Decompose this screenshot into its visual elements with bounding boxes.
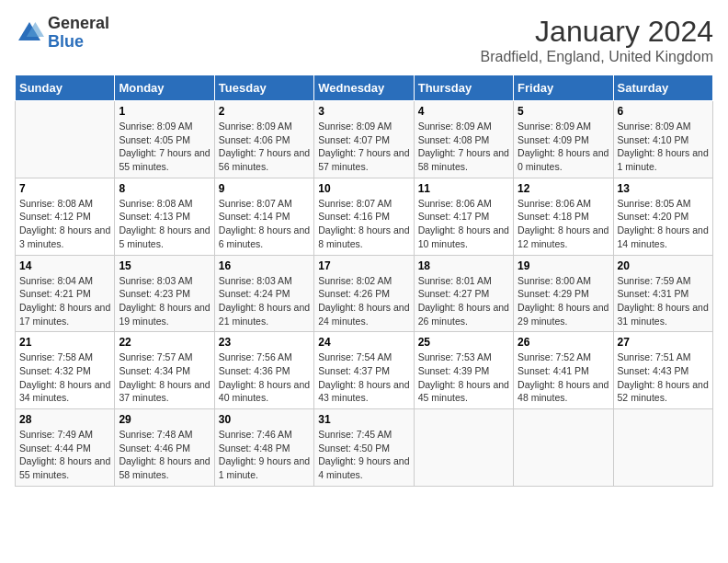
- day-info: Sunrise: 7:53 AMSunset: 4:39 PMDaylight:…: [418, 350, 509, 405]
- header-cell-sunday: Sunday: [16, 75, 115, 101]
- calendar-cell: [16, 101, 115, 178]
- calendar-cell: [613, 409, 712, 487]
- day-info: Sunrise: 8:09 AMSunset: 4:09 PMDaylight:…: [518, 120, 609, 174]
- day-info: Sunrise: 8:06 AMSunset: 4:17 PMDaylight:…: [418, 197, 509, 251]
- header-cell-friday: Friday: [514, 75, 613, 101]
- day-number: 19: [518, 259, 609, 272]
- week-row-5: 28Sunrise: 7:49 AMSunset: 4:44 PMDayligh…: [16, 409, 713, 487]
- day-info: Sunrise: 7:51 AMSunset: 4:43 PMDaylight:…: [618, 350, 709, 405]
- calendar-cell: 24Sunrise: 7:54 AMSunset: 4:37 PMDayligh…: [314, 332, 414, 409]
- day-number: 7: [19, 182, 110, 195]
- calendar-cell: [414, 409, 513, 487]
- day-info: Sunrise: 7:48 AMSunset: 4:46 PMDaylight:…: [119, 428, 210, 482]
- calendar-cell: 8Sunrise: 8:08 AMSunset: 4:13 PMDaylight…: [115, 178, 214, 255]
- week-row-1: 1Sunrise: 8:09 AMSunset: 4:05 PMDaylight…: [16, 101, 713, 178]
- day-number: 3: [318, 105, 409, 118]
- day-info: Sunrise: 8:06 AMSunset: 4:18 PMDaylight:…: [518, 197, 609, 251]
- day-info: Sunrise: 7:52 AMSunset: 4:41 PMDaylight:…: [518, 350, 609, 405]
- calendar-cell: 6Sunrise: 8:09 AMSunset: 4:10 PMDaylight…: [613, 101, 712, 178]
- day-info: Sunrise: 8:09 AMSunset: 4:05 PMDaylight:…: [119, 120, 210, 174]
- day-info: Sunrise: 8:08 AMSunset: 4:12 PMDaylight:…: [19, 197, 110, 251]
- calendar-cell: 15Sunrise: 8:03 AMSunset: 4:23 PMDayligh…: [115, 255, 214, 332]
- calendar-cell: 21Sunrise: 7:58 AMSunset: 4:32 PMDayligh…: [16, 332, 115, 409]
- calendar-cell: 1Sunrise: 8:09 AMSunset: 4:05 PMDaylight…: [115, 101, 214, 178]
- day-number: 12: [518, 182, 609, 195]
- logo-text: General Blue: [48, 15, 109, 52]
- calendar-cell: 5Sunrise: 8:09 AMSunset: 4:09 PMDaylight…: [514, 101, 613, 178]
- calendar-cell: 16Sunrise: 8:03 AMSunset: 4:24 PMDayligh…: [214, 255, 313, 332]
- day-number: 1: [119, 105, 210, 118]
- day-info: Sunrise: 7:46 AMSunset: 4:48 PMDaylight:…: [219, 428, 310, 482]
- month-title: January 2024: [481, 15, 714, 49]
- week-row-4: 21Sunrise: 7:58 AMSunset: 4:32 PMDayligh…: [16, 332, 713, 409]
- day-info: Sunrise: 8:03 AMSunset: 4:24 PMDaylight:…: [219, 274, 310, 328]
- day-info: Sunrise: 8:08 AMSunset: 4:13 PMDaylight:…: [119, 197, 210, 251]
- logo-blue-label: Blue: [48, 33, 109, 52]
- day-number: 11: [418, 182, 509, 195]
- day-info: Sunrise: 8:02 AMSunset: 4:26 PMDaylight:…: [318, 274, 409, 328]
- calendar-cell: 29Sunrise: 7:48 AMSunset: 4:46 PMDayligh…: [115, 409, 214, 487]
- day-number: 4: [418, 105, 509, 118]
- day-number: 29: [119, 413, 210, 426]
- calendar-cell: 28Sunrise: 7:49 AMSunset: 4:44 PMDayligh…: [16, 409, 115, 487]
- day-number: 5: [518, 105, 609, 118]
- day-number: 20: [618, 259, 709, 272]
- calendar-cell: 17Sunrise: 8:02 AMSunset: 4:26 PMDayligh…: [314, 255, 414, 332]
- day-info: Sunrise: 8:09 AMSunset: 4:06 PMDaylight:…: [219, 120, 310, 174]
- day-number: 8: [119, 182, 210, 195]
- day-info: Sunrise: 8:05 AMSunset: 4:20 PMDaylight:…: [618, 197, 709, 251]
- day-number: 18: [418, 259, 509, 272]
- day-number: 24: [318, 336, 409, 349]
- calendar-cell: 30Sunrise: 7:46 AMSunset: 4:48 PMDayligh…: [214, 409, 313, 487]
- calendar-cell: 11Sunrise: 8:06 AMSunset: 4:17 PMDayligh…: [414, 178, 513, 255]
- calendar-cell: 22Sunrise: 7:57 AMSunset: 4:34 PMDayligh…: [115, 332, 214, 409]
- day-info: Sunrise: 8:07 AMSunset: 4:16 PMDaylight:…: [318, 197, 409, 251]
- day-number: 30: [219, 413, 310, 426]
- day-info: Sunrise: 7:49 AMSunset: 4:44 PMDaylight:…: [19, 428, 110, 482]
- calendar-cell: 31Sunrise: 7:45 AMSunset: 4:50 PMDayligh…: [314, 409, 414, 487]
- day-info: Sunrise: 7:45 AMSunset: 4:50 PMDaylight:…: [318, 428, 409, 482]
- day-number: 21: [19, 336, 110, 349]
- calendar-cell: 23Sunrise: 7:56 AMSunset: 4:36 PMDayligh…: [214, 332, 313, 409]
- header-cell-tuesday: Tuesday: [214, 75, 313, 101]
- calendar-cell: 27Sunrise: 7:51 AMSunset: 4:43 PMDayligh…: [613, 332, 712, 409]
- day-number: 26: [518, 336, 609, 349]
- day-info: Sunrise: 8:07 AMSunset: 4:14 PMDaylight:…: [219, 197, 310, 251]
- week-row-2: 7Sunrise: 8:08 AMSunset: 4:12 PMDaylight…: [16, 178, 713, 255]
- week-row-3: 14Sunrise: 8:04 AMSunset: 4:21 PMDayligh…: [16, 255, 713, 332]
- day-number: 10: [318, 182, 409, 195]
- header-cell-wednesday: Wednesday: [314, 75, 414, 101]
- logo: General Blue: [15, 15, 109, 52]
- header-row: SundayMondayTuesdayWednesdayThursdayFrid…: [16, 75, 713, 101]
- calendar-cell: 3Sunrise: 8:09 AMSunset: 4:07 PMDaylight…: [314, 101, 414, 178]
- day-number: 13: [618, 182, 709, 195]
- day-number: 17: [318, 259, 409, 272]
- header-cell-thursday: Thursday: [414, 75, 513, 101]
- calendar-cell: 10Sunrise: 8:07 AMSunset: 4:16 PMDayligh…: [314, 178, 414, 255]
- day-info: Sunrise: 7:59 AMSunset: 4:31 PMDaylight:…: [618, 274, 709, 328]
- day-number: 25: [418, 336, 509, 349]
- calendar-cell: 25Sunrise: 7:53 AMSunset: 4:39 PMDayligh…: [414, 332, 513, 409]
- day-number: 28: [19, 413, 110, 426]
- logo-icon: [15, 18, 44, 48]
- day-number: 2: [219, 105, 310, 118]
- day-number: 27: [618, 336, 709, 349]
- day-number: 14: [19, 259, 110, 272]
- day-info: Sunrise: 8:09 AMSunset: 4:10 PMDaylight:…: [618, 120, 709, 174]
- calendar-cell: [514, 409, 613, 487]
- calendar-cell: 20Sunrise: 7:59 AMSunset: 4:31 PMDayligh…: [613, 255, 712, 332]
- day-info: Sunrise: 8:03 AMSunset: 4:23 PMDaylight:…: [119, 274, 210, 328]
- day-info: Sunrise: 8:00 AMSunset: 4:29 PMDaylight:…: [518, 274, 609, 328]
- day-info: Sunrise: 7:56 AMSunset: 4:36 PMDaylight:…: [219, 350, 310, 405]
- day-info: Sunrise: 7:58 AMSunset: 4:32 PMDaylight:…: [19, 350, 110, 405]
- day-info: Sunrise: 8:04 AMSunset: 4:21 PMDaylight:…: [19, 274, 110, 328]
- header-cell-monday: Monday: [115, 75, 214, 101]
- day-info: Sunrise: 8:09 AMSunset: 4:08 PMDaylight:…: [418, 120, 509, 174]
- calendar-cell: 14Sunrise: 8:04 AMSunset: 4:21 PMDayligh…: [16, 255, 115, 332]
- day-info: Sunrise: 8:09 AMSunset: 4:07 PMDaylight:…: [318, 120, 409, 174]
- calendar-cell: 19Sunrise: 8:00 AMSunset: 4:29 PMDayligh…: [514, 255, 613, 332]
- day-number: 16: [219, 259, 310, 272]
- day-number: 9: [219, 182, 310, 195]
- day-info: Sunrise: 8:01 AMSunset: 4:27 PMDaylight:…: [418, 274, 509, 328]
- location-title: Bradfield, England, United Kingdom: [481, 49, 714, 65]
